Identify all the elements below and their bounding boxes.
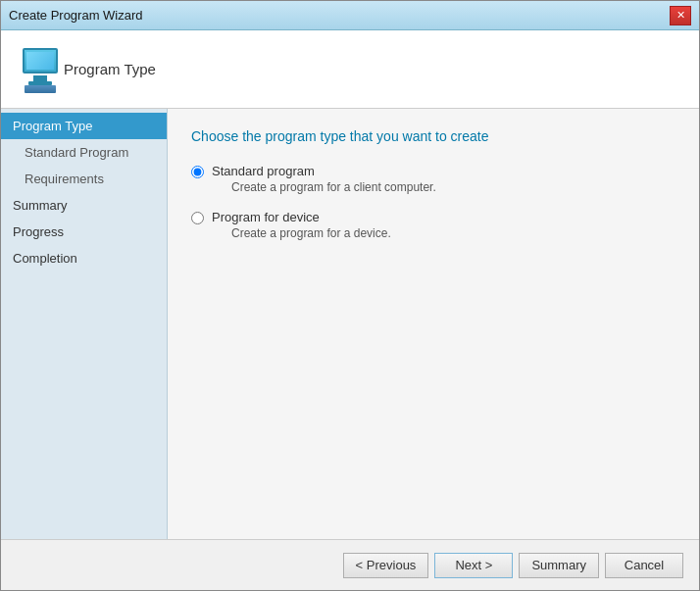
header-section: Program Type: [1, 30, 699, 109]
sidebar-item-progress[interactable]: Progress: [1, 219, 167, 245]
program-type-radio-group: Standard program Create a program for a …: [191, 164, 675, 240]
previous-button[interactable]: < Previous: [343, 553, 429, 578]
standard-program-option: Standard program Create a program for a …: [191, 164, 675, 194]
cancel-button[interactable]: Cancel: [605, 553, 683, 578]
main-content: Choose the program type that you want to…: [168, 109, 699, 539]
device-program-label[interactable]: Program for device: [212, 210, 320, 224]
standard-program-desc: Create a program for a client computer.: [231, 180, 436, 194]
summary-button[interactable]: Summary: [519, 553, 599, 578]
sidebar-item-summary[interactable]: Summary: [1, 192, 167, 219]
standard-program-label[interactable]: Standard program: [212, 164, 315, 178]
sidebar-item-standard-program[interactable]: Standard Program: [1, 139, 167, 166]
close-button[interactable]: ✕: [670, 6, 691, 25]
header-title: Program Type: [64, 61, 156, 77]
content-area: Program Type Standard Program Requiremen…: [1, 109, 699, 539]
program-type-icon: [17, 46, 64, 93]
standard-program-radio[interactable]: [191, 166, 204, 178]
sidebar-item-completion[interactable]: Completion: [1, 245, 167, 271]
sidebar: Program Type Standard Program Requiremen…: [1, 109, 168, 539]
title-bar-controls: ✕: [670, 6, 691, 25]
device-program-radio[interactable]: [191, 212, 204, 224]
window-title: Create Program Wizard: [9, 8, 143, 23]
title-bar: Create Program Wizard ✕: [1, 1, 699, 30]
device-program-option: Program for device Create a program for …: [191, 210, 675, 240]
next-button[interactable]: Next >: [434, 553, 513, 578]
footer: < Previous Next > Summary Cancel: [1, 539, 699, 590]
wizard-window: Create Program Wizard ✕ Program Type Pro…: [0, 0, 700, 591]
sidebar-item-program-type[interactable]: Program Type: [1, 113, 167, 139]
sidebar-item-requirements[interactable]: Requirements: [1, 166, 167, 192]
main-title: Choose the program type that you want to…: [191, 128, 675, 144]
device-program-desc: Create a program for a device.: [231, 226, 391, 240]
